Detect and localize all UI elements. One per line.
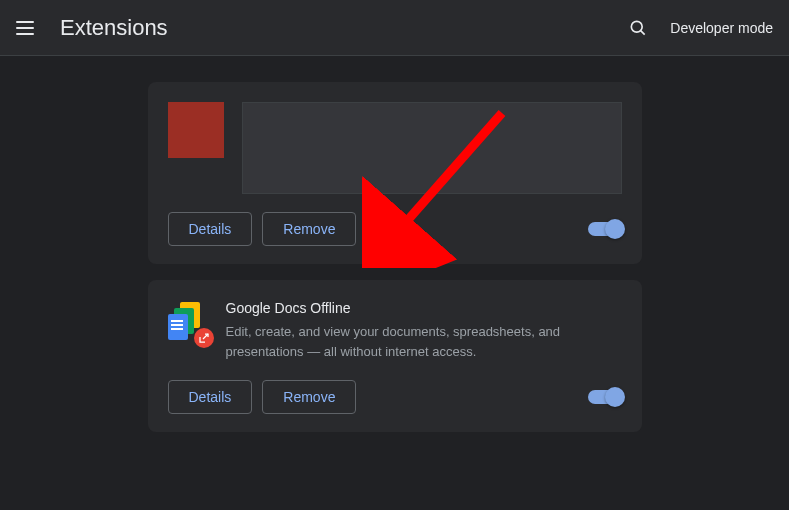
header: Extensions Developer mode	[0, 0, 789, 56]
extension-name: Google Docs Offline	[226, 300, 622, 316]
remove-button[interactable]: Remove	[262, 212, 356, 246]
extension-description-placeholder	[242, 102, 622, 194]
page-title: Extensions	[60, 15, 168, 41]
extension-card: Details Remove	[148, 82, 642, 264]
remove-button[interactable]: Remove	[262, 380, 356, 414]
developer-mode-toggle-label[interactable]: Developer mode	[670, 20, 773, 36]
svg-line-1	[641, 30, 645, 34]
search-icon[interactable]	[628, 18, 648, 38]
svg-point-0	[632, 21, 643, 32]
details-button[interactable]: Details	[168, 212, 253, 246]
menu-icon[interactable]	[16, 16, 40, 40]
google-docs-icon	[168, 302, 208, 342]
extension-description: Edit, create, and view your documents, s…	[226, 322, 622, 362]
extension-icon	[168, 102, 224, 158]
extension-card: Google Docs Offline Edit, create, and vi…	[148, 280, 642, 432]
enable-toggle[interactable]	[588, 222, 622, 236]
extensions-list: Details Remove Google Docs Offline Edit,…	[0, 56, 789, 458]
details-button[interactable]: Details	[168, 380, 253, 414]
enable-toggle[interactable]	[588, 390, 622, 404]
